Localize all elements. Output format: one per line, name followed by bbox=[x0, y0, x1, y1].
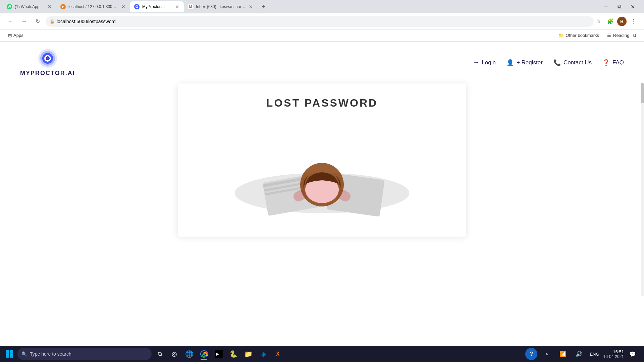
python-icon: 🐍 bbox=[229, 350, 238, 358]
site-nav-links: → Login 👤 + Register 📞 Contact Us ❓ FAQ bbox=[473, 59, 624, 66]
svg-rect-17 bbox=[6, 350, 9, 354]
faq-link[interactable]: ❓ FAQ bbox=[602, 59, 624, 66]
minimize-button[interactable]: ─ bbox=[601, 2, 610, 11]
bookmark-apps-label: Apps bbox=[13, 33, 23, 38]
wifi-icon: 📶 bbox=[559, 351, 566, 357]
python-button[interactable]: 🐍 bbox=[227, 347, 240, 361]
tab-myproctor[interactable]: MyProctor.ai ✕ bbox=[130, 1, 184, 12]
reading-list-label: Reading list bbox=[613, 33, 636, 38]
new-tab-button[interactable]: + bbox=[259, 2, 268, 11]
tab-favicon-whatsapp: W bbox=[7, 4, 12, 9]
tab-favicon-gmail: M bbox=[188, 4, 193, 9]
taskbar-right: ? ∧ 📶 🔊 ENG 16:51 16-04-2021 💬 bbox=[525, 347, 641, 361]
taskbar-search-bar[interactable]: 🔍 Type here to search bbox=[17, 348, 152, 360]
other-bookmarks-button[interactable]: 📁 Other bookmarks bbox=[555, 32, 602, 39]
language-label: ENG bbox=[590, 352, 599, 357]
tab-title-gmail: Inbox (630) - keswani.narenc bbox=[196, 4, 246, 9]
tab-close-localhost[interactable]: ✕ bbox=[121, 3, 126, 10]
scrollbar[interactable] bbox=[641, 83, 644, 296]
tab-title-localhost: localhost / 127.0.0.1:3308 / c bbox=[68, 4, 118, 9]
tab-close-gmail[interactable]: ✕ bbox=[248, 3, 254, 10]
bookmark-star-button[interactable]: ☆ bbox=[596, 18, 601, 24]
cortana-button[interactable]: ◎ bbox=[168, 347, 181, 361]
vscode-icon: ◈ bbox=[261, 350, 266, 358]
tab-whatsapp[interactable]: W (1) WhatsApp ✕ bbox=[3, 1, 56, 12]
file-manager-button[interactable]: 📁 bbox=[241, 347, 255, 361]
tab-gmail[interactable]: M Inbox (630) - keswani.narenc ✕ bbox=[184, 1, 258, 12]
site-navbar: MYPROCTOR.AI → Login 👤 + Register 📞 Cont… bbox=[0, 42, 644, 83]
register-link[interactable]: 👤 + Register bbox=[506, 59, 543, 66]
apps-grid-icon: ⊞ bbox=[8, 33, 12, 38]
phone-icon: 📞 bbox=[553, 59, 561, 66]
menu-button[interactable]: ⋮ bbox=[628, 16, 639, 27]
chrome-icon bbox=[200, 350, 208, 358]
wifi-button[interactable]: 📶 bbox=[556, 347, 570, 361]
tab-close-myproctor[interactable]: ✕ bbox=[174, 3, 180, 10]
svg-point-8 bbox=[47, 57, 49, 59]
clock-time: 16:51 bbox=[613, 349, 624, 354]
profile-button[interactable]: B bbox=[617, 17, 627, 26]
chevron-up-icon: ∧ bbox=[545, 352, 548, 356]
tab-close-whatsapp[interactable]: ✕ bbox=[47, 3, 52, 10]
xampp-button[interactable]: X bbox=[271, 347, 284, 361]
reading-list-icon: ☰ bbox=[607, 33, 611, 38]
svg-point-2 bbox=[136, 6, 138, 7]
vscode-button[interactable]: ◈ bbox=[256, 347, 270, 361]
contact-label: Contact Us bbox=[564, 59, 592, 66]
taskbar-search-icon: 🔍 bbox=[21, 351, 27, 357]
taskbar: 🔍 Type here to search ⧉ ◎ 🌐 ▶_ 🐍 📁 bbox=[0, 346, 644, 362]
xampp-icon: X bbox=[276, 351, 280, 357]
login-link[interactable]: → Login bbox=[473, 59, 496, 66]
back-button[interactable]: ← bbox=[5, 16, 16, 27]
terminal-button[interactable]: ▶_ bbox=[212, 347, 225, 361]
folder-icon: 📁 bbox=[558, 33, 564, 38]
edge-icon: 🌐 bbox=[185, 350, 194, 358]
task-view-button[interactable]: ⧉ bbox=[153, 347, 166, 361]
site-logo[interactable]: MYPROCTOR.AI bbox=[20, 48, 75, 77]
main-content: LOST PASSWORD bbox=[0, 83, 644, 237]
tab-bar: W (1) WhatsApp ✕ P localhost / 127.0.0.1… bbox=[0, 0, 644, 13]
tab-title-whatsapp: (1) WhatsApp bbox=[15, 4, 44, 9]
task-view-icon: ⧉ bbox=[158, 351, 162, 357]
tab-title-myproctor: MyProctor.ai bbox=[142, 4, 172, 9]
browser-frame: W (1) WhatsApp ✕ P localhost / 127.0.0.1… bbox=[0, 0, 644, 296]
close-button[interactable]: ✕ bbox=[628, 2, 637, 11]
extension-buttons: 🧩 B ⋮ bbox=[605, 16, 639, 27]
terminal-icon: ▶_ bbox=[215, 350, 223, 358]
svg-rect-20 bbox=[10, 354, 13, 358]
chrome-taskbar-button[interactable] bbox=[197, 347, 211, 361]
extensions-button[interactable]: 🧩 bbox=[605, 16, 616, 27]
register-label: + Register bbox=[517, 59, 543, 66]
other-bookmarks-label: Other bookmarks bbox=[566, 33, 599, 38]
scrollbar-thumb[interactable] bbox=[641, 83, 644, 103]
start-button[interactable] bbox=[3, 347, 16, 361]
login-icon: → bbox=[473, 59, 479, 66]
system-clock[interactable]: 16:51 16-04-2021 bbox=[603, 349, 624, 359]
faq-label: FAQ bbox=[612, 59, 624, 66]
forward-button[interactable]: → bbox=[19, 16, 30, 27]
logo-svg bbox=[38, 48, 58, 68]
webpage-content: MYPROCTOR.AI → Login 👤 + Register 📞 Cont… bbox=[0, 42, 644, 296]
contact-link[interactable]: 📞 Contact Us bbox=[553, 59, 592, 66]
url-text: localhost:5000/lostpassword bbox=[57, 19, 590, 24]
help-button[interactable]: ? bbox=[525, 348, 537, 360]
bookmark-apps[interactable]: ⊞ Apps bbox=[5, 32, 26, 40]
restore-button[interactable]: ⧉ bbox=[614, 2, 624, 11]
reading-list-button[interactable]: ☰ Reading list bbox=[604, 32, 639, 39]
sound-button[interactable]: 🔊 bbox=[572, 347, 586, 361]
language-button[interactable]: ENG bbox=[588, 347, 600, 361]
files-icon: 📁 bbox=[244, 350, 253, 358]
register-icon: 👤 bbox=[506, 59, 514, 66]
windows-logo-icon bbox=[5, 350, 13, 358]
reload-button[interactable]: ↻ bbox=[32, 16, 43, 27]
window-controls: ─ ⧉ ✕ bbox=[601, 2, 641, 11]
svg-rect-19 bbox=[6, 354, 9, 358]
address-bar: ← → ↻ 🔒 localhost:5000/lostpassword ☆ 🧩 … bbox=[0, 13, 644, 29]
help-icon: ? bbox=[530, 351, 533, 357]
overflow-button[interactable]: ∧ bbox=[540, 347, 553, 361]
url-bar[interactable]: 🔒 localhost:5000/lostpassword bbox=[46, 16, 594, 27]
edge-button[interactable]: 🌐 bbox=[182, 347, 196, 361]
tab-localhost[interactable]: P localhost / 127.0.0.1:3308 / c ✕ bbox=[56, 1, 130, 12]
notification-button[interactable]: 💬 bbox=[627, 348, 639, 360]
clock-date: 16-04-2021 bbox=[603, 354, 624, 359]
